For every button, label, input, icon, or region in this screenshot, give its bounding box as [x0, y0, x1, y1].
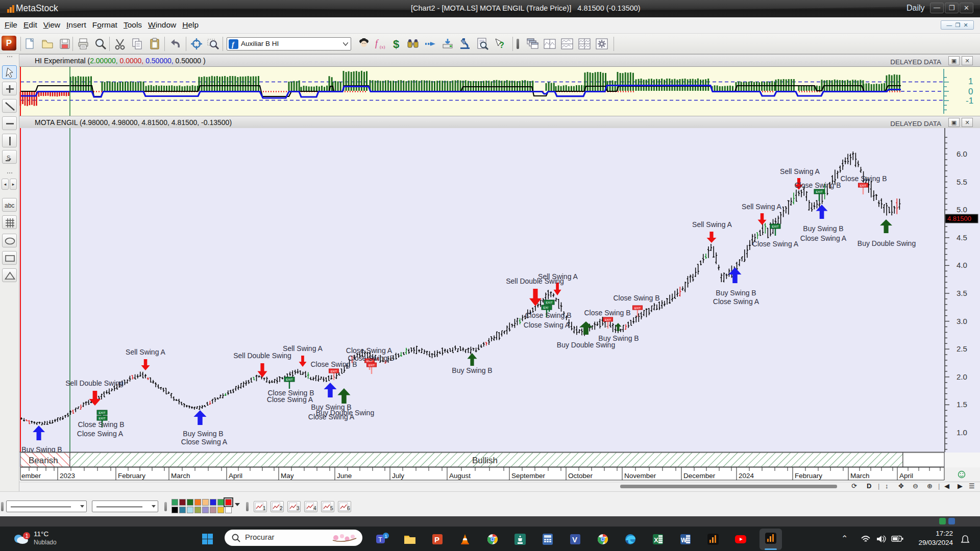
svg-text:P: P [434, 535, 439, 544]
svg-text:EXIT: EXIT [369, 364, 375, 367]
svg-text:$: $ [393, 38, 399, 51]
svg-text:November: November [624, 472, 656, 480]
svg-text:Sell Swing A: Sell Swing A [780, 167, 820, 176]
svg-text:Close Swing B: Close Swing B [840, 174, 887, 183]
svg-text:?: ? [499, 41, 504, 49]
svg-text:W: W [681, 537, 687, 544]
svg-text:Close Swing A: Close Swing A [77, 430, 124, 438]
svg-text:Close Swing A: Close Swing A [346, 346, 393, 355]
svg-text:EXIT: EXIT [99, 411, 106, 414]
svg-text:T: T [378, 536, 382, 543]
svg-text:S: S [7, 155, 10, 161]
svg-text:5.5: 5.5 [957, 178, 967, 186]
svg-text:Close Swing A: Close Swing A [524, 321, 570, 329]
svg-text:Buy Swing B: Buy Swing B [716, 289, 756, 297]
svg-text:March: March [171, 472, 190, 480]
svg-text:Buy Swing B: Buy Swing B [598, 334, 639, 342]
svg-text:March: March [850, 472, 870, 480]
svg-text:Bearish: Bearish [29, 456, 58, 465]
svg-text:X: X [654, 536, 658, 544]
svg-text:Close Swing A: Close Swing A [181, 438, 228, 446]
svg-text:Sell Swing A: Sell Swing A [283, 344, 323, 353]
svg-text:Buy Swing B: Buy Swing B [183, 430, 223, 438]
svg-text:Buy Swing B: Buy Swing B [803, 224, 843, 233]
svg-text:May: May [281, 472, 294, 480]
svg-text:1: 1 [968, 77, 973, 86]
svg-text:December: December [683, 472, 716, 480]
svg-text:Close Swing A: Close Swing A [267, 395, 313, 404]
svg-text:Close Swing B: Close Swing B [794, 181, 841, 189]
svg-text:Close Swing B: Close Swing B [584, 309, 630, 317]
svg-text:September: September [511, 472, 546, 480]
svg-text:Sell Swing A: Sell Swing A [538, 272, 578, 281]
svg-text:October: October [568, 472, 593, 480]
svg-text:Close Swing B: Close Swing B [525, 311, 571, 319]
svg-text:Buy Double Swing: Buy Double Swing [857, 239, 916, 247]
svg-text:EXIT: EXIT [99, 417, 106, 420]
svg-text:Close Swing A: Close Swing A [308, 413, 355, 421]
svg-text:2024: 2024 [739, 472, 754, 480]
svg-text:February: February [118, 472, 145, 480]
svg-text:ember: ember [21, 472, 41, 480]
svg-text:5.0: 5.0 [957, 205, 967, 214]
svg-text:August: August [449, 472, 471, 480]
svg-text:EXIT: EXIT [860, 184, 867, 187]
svg-text:0: 0 [968, 87, 973, 96]
svg-text:2023: 2023 [60, 472, 75, 480]
svg-text:Bullish: Bullish [472, 456, 498, 465]
svg-text:3.5: 3.5 [957, 289, 967, 297]
svg-text:Close Swing B: Close Swing B [78, 420, 124, 429]
svg-text:Close Swing B: Close Swing B [613, 294, 659, 302]
svg-text:1: 1 [385, 534, 387, 539]
svg-text:3.0: 3.0 [957, 317, 967, 325]
svg-text:V: V [572, 535, 577, 544]
svg-text:Sell Double Swing: Sell Double Swing [65, 379, 124, 387]
svg-text:April: April [229, 472, 242, 480]
svg-text:1.0: 1.0 [957, 428, 967, 437]
svg-text:1.5: 1.5 [957, 400, 967, 409]
svg-text:July: July [392, 472, 404, 480]
svg-text:4.81500: 4.81500 [947, 215, 971, 222]
svg-text:EXIT: EXIT [634, 307, 641, 310]
svg-text:Close Swing B: Close Swing B [348, 354, 394, 362]
svg-text:6.0: 6.0 [957, 149, 967, 158]
svg-text:1: 1 [26, 533, 29, 539]
svg-text:abc: abc [5, 202, 14, 209]
svg-text:Close Swing A: Close Swing A [713, 297, 760, 306]
svg-text:EXIT: EXIT [331, 370, 337, 373]
svg-text:(x): (x) [380, 44, 385, 49]
svg-text:EXIT: EXIT [772, 225, 779, 228]
svg-text:-1: -1 [966, 96, 973, 106]
svg-text:Close Swing A: Close Swing A [800, 234, 847, 242]
svg-text:4.0: 4.0 [957, 261, 967, 269]
svg-text:2.0: 2.0 [957, 372, 967, 381]
svg-text:April: April [899, 472, 913, 480]
svg-text:EXIT: EXIT [605, 318, 611, 321]
svg-text:Sell Swing A: Sell Swing A [126, 348, 165, 356]
svg-text:Sell Swing A: Sell Swing A [692, 220, 732, 229]
svg-text:EXIT: EXIT [816, 190, 823, 193]
svg-text:June: June [337, 472, 352, 480]
svg-text:February: February [795, 472, 822, 480]
svg-text:Close Swing A: Close Swing A [752, 240, 799, 248]
svg-text:Sell Double Swing: Sell Double Swing [233, 352, 291, 360]
svg-text:EXIT: EXIT [286, 378, 293, 381]
svg-text:2.5: 2.5 [957, 344, 967, 353]
svg-text:4.5: 4.5 [957, 233, 967, 242]
svg-text:Buy Swing B: Buy Swing B [452, 366, 492, 374]
svg-text:Sell Swing A: Sell Swing A [742, 203, 781, 211]
svg-text:f: f [375, 38, 379, 48]
svg-text:EXIT: EXIT [546, 301, 553, 304]
